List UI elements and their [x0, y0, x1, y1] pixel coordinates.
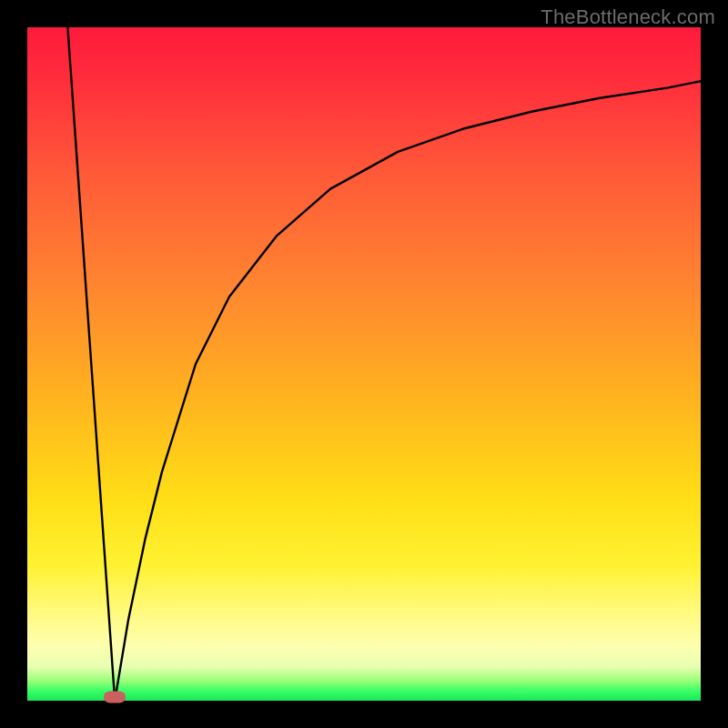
minimum-marker [104, 692, 126, 703]
plot-area [27, 27, 701, 701]
left-branch-path [67, 27, 115, 701]
right-branch-path [115, 81, 701, 701]
watermark-text: TheBottleneck.com [541, 5, 715, 29]
chart-frame: TheBottleneck.com [0, 0, 728, 728]
curves-svg [27, 27, 701, 701]
